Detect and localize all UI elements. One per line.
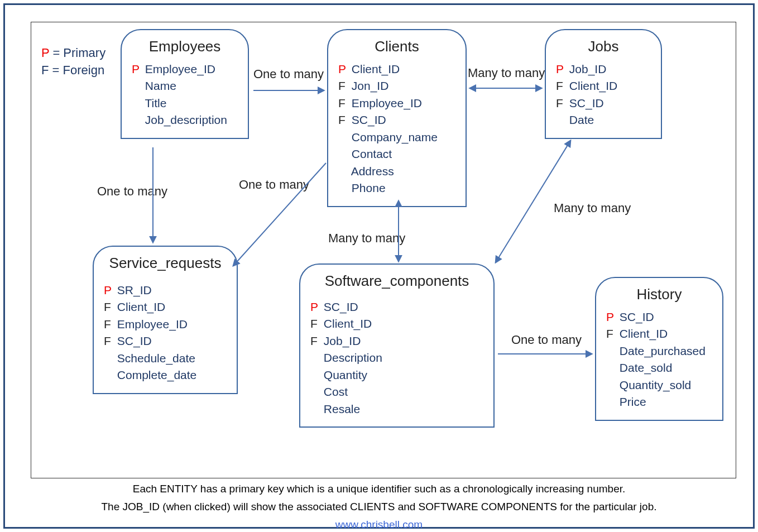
field-name: Quantity_sold	[616, 378, 691, 391]
diagram-canvas: P = Primary F = Foreign Employees P Empl…	[31, 22, 736, 478]
field-row: Address	[338, 163, 455, 180]
field-row: Phone	[338, 180, 455, 196]
footer-link[interactable]: www.chrisbell.com	[5, 519, 753, 531]
field-name: SC_ID	[616, 310, 654, 323]
field-row: Title	[132, 95, 238, 112]
fields-jobs: P Job_IDF Client_IDF SC_ID Date	[556, 61, 651, 129]
rel-sc-history: One to many	[511, 333, 582, 347]
foreign-key-marker: F	[338, 95, 348, 112]
field-row: Date	[556, 112, 651, 128]
field-name: Company_name	[348, 131, 438, 143]
legend: P = Primary F = Foreign	[41, 45, 105, 79]
entity-clients: Clients P Client_IDF Jon_IDF Employee_ID…	[327, 29, 467, 207]
field-row: Quantity_sold	[606, 377, 712, 394]
field-name: Address	[348, 165, 394, 178]
field-name: Job_ID	[566, 63, 606, 75]
foreign-key-marker: F	[338, 112, 348, 128]
field-row: F Client_ID	[556, 78, 651, 94]
field-row: F Employee_ID	[104, 316, 227, 333]
field-name: Date_purchased	[616, 344, 706, 357]
foreign-key-marker: F	[104, 299, 114, 315]
entity-title-clients: Clients	[338, 38, 455, 55]
legend-foreign: F = Foreign	[41, 62, 105, 79]
field-row: P SC_ID	[310, 299, 483, 315]
field-name: Quantity	[320, 368, 367, 381]
fields-service-requests: P SR_IDF Client_IDF Employee_IDF SC_ID S…	[104, 282, 227, 384]
field-row: F Client_ID	[606, 325, 712, 342]
field-row: Company_name	[338, 129, 455, 146]
entity-title-jobs: Jobs	[556, 38, 651, 55]
entity-title-employees: Employees	[132, 38, 238, 55]
field-row: Resale	[310, 401, 483, 418]
foreign-key-marker: F	[556, 78, 566, 94]
field-row: P SC_ID	[606, 309, 712, 325]
field-name: Client_ID	[348, 63, 400, 75]
field-name: Date_sold	[616, 361, 672, 374]
field-row: Name	[132, 78, 238, 94]
field-row: F Job_ID	[310, 333, 483, 349]
fields-history: P SC_IDF Client_ID Date_purchased Date_s…	[606, 309, 712, 411]
rel-emp-clients: One to many	[253, 67, 324, 82]
field-row: Date_purchased	[606, 343, 712, 360]
field-name: SC_ID	[320, 300, 358, 313]
field-row: F Employee_ID	[338, 95, 455, 112]
primary-key-marker: P	[338, 61, 348, 78]
entity-title-software-components: Software_components	[310, 272, 483, 290]
rel-emp-sr: One to many	[97, 184, 167, 199]
footer-line1: Each ENTITY has a primary key which is a…	[5, 483, 753, 495]
field-name: Date	[566, 113, 594, 126]
foreign-key-marker: F	[310, 333, 320, 349]
foreign-key-marker: F	[606, 325, 616, 342]
field-row: F SC_ID	[556, 95, 651, 112]
rel-clients-sc: Many to many	[328, 231, 405, 246]
field-name: Name	[142, 79, 176, 92]
field-row: Job_description	[132, 112, 238, 128]
field-name: Client_ID	[566, 79, 617, 92]
entity-title-history: History	[606, 286, 712, 303]
foreign-key-marker: F	[104, 316, 114, 333]
field-name: Price	[616, 395, 646, 408]
field-name: Contact	[348, 147, 392, 160]
primary-key-marker: P	[556, 61, 566, 78]
outer-frame: P = Primary F = Foreign Employees P Empl…	[3, 3, 755, 529]
field-row: F Jon_ID	[338, 78, 455, 94]
field-name: Jon_ID	[348, 79, 388, 92]
field-row: Schedule_date	[104, 350, 227, 367]
field-name: Schedule_date	[114, 352, 195, 365]
field-name: SR_ID	[114, 284, 152, 296]
field-row: F Client_ID	[310, 315, 483, 332]
field-name: SC_ID	[566, 97, 604, 109]
footer-line2: The JOB_ID (when clicked) will show the …	[5, 501, 753, 513]
field-row: Complete_date	[104, 367, 227, 384]
field-name: Title	[142, 97, 166, 109]
field-name: Description	[320, 351, 382, 364]
rel-jobs-sc: Many to many	[554, 201, 631, 215]
field-row: F SC_ID	[104, 333, 227, 349]
entity-software-components: Software_components P SC_IDF Client_IDF …	[299, 263, 495, 428]
field-name: Employee_ID	[348, 97, 422, 109]
rel-clients-sr: One to many	[239, 178, 309, 192]
field-name: SC_ID	[114, 334, 152, 347]
fields-employees: P Employee_ID Name Title Job_description	[132, 61, 238, 129]
rel-clients-jobs: Many to many	[468, 66, 545, 80]
field-row: Cost	[310, 384, 483, 400]
field-row: Quantity	[310, 367, 483, 384]
field-name: Cost	[320, 385, 348, 398]
foreign-key-marker: F	[310, 315, 320, 332]
field-name: SC_ID	[348, 113, 386, 126]
entity-service-requests: Service_requests P SR_IDF Client_IDF Emp…	[93, 246, 238, 394]
field-row: P Job_ID	[556, 61, 651, 78]
primary-key-marker: P	[606, 309, 616, 325]
primary-key-marker: P	[104, 282, 114, 299]
legend-primary: P = Primary	[41, 45, 105, 62]
field-name: Resale	[320, 402, 360, 415]
foreign-key-marker: F	[338, 78, 348, 94]
field-name: Job_ID	[320, 334, 361, 347]
foreign-key-marker: F	[556, 95, 566, 112]
field-row: Contact	[338, 146, 455, 162]
field-name: Employee_ID	[114, 318, 188, 330]
field-row: F SC_ID	[338, 112, 455, 128]
field-name: Employee_ID	[142, 63, 215, 75]
foreign-key-marker: F	[104, 333, 114, 349]
field-row: P Client_ID	[338, 61, 455, 78]
